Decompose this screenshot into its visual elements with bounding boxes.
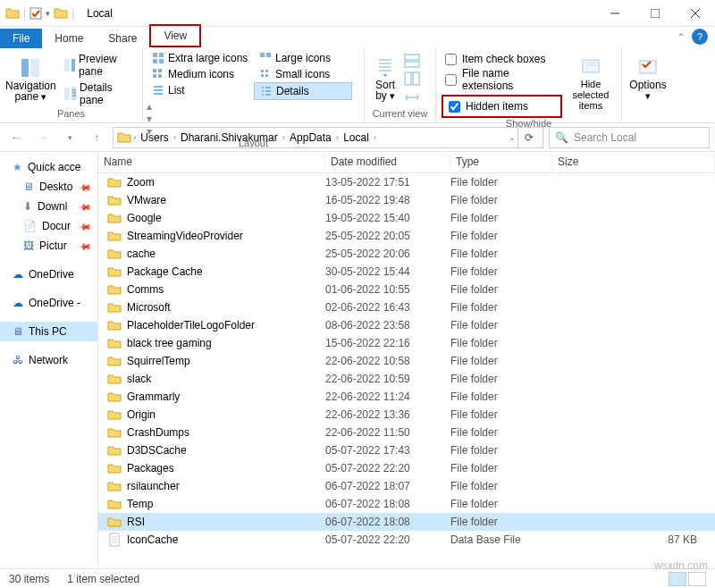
file-type: File folder [450, 337, 552, 349]
file-name: PlaceholderTileLogoFolder [127, 319, 255, 332]
folder-icon [107, 390, 122, 404]
thumbnails-view-toggle[interactable] [688, 572, 706, 586]
file-name-extensions-toggle[interactable]: File name extensions [442, 66, 562, 93]
hide-selected-items-button[interactable]: Hide selected items [564, 50, 618, 118]
crumb-appdata[interactable]: AppData [287, 131, 334, 144]
group-by-icon[interactable] [404, 54, 420, 68]
m-icons-icon [152, 68, 164, 80]
folder-icon [107, 425, 122, 440]
large-icons-button[interactable]: Large icons [254, 50, 352, 66]
col-type[interactable]: Type [450, 152, 552, 172]
crumb-user[interactable]: Dharani.Shivakumar [178, 131, 281, 144]
breadcrumb[interactable]: › Users › Dharani.Shivakumar › AppData ›… [113, 127, 543, 148]
crumb-users[interactable]: Users [138, 131, 171, 144]
crumb-local[interactable]: Local [341, 131, 372, 144]
col-size[interactable]: Size [552, 152, 715, 172]
qat-dropdown-icon[interactable]: ▾ [46, 9, 50, 18]
file-type: File folder [450, 462, 552, 475]
table-row[interactable]: PlaceholderTileLogoFolder08-06-2022 23:5… [98, 316, 715, 334]
file-type: File folder [450, 516, 552, 528]
table-row[interactable]: rsilauncher06-07-2022 18:07File folder [98, 477, 715, 495]
sidebar-onedrive[interactable]: ☁OneDrive [0, 265, 97, 284]
sidebar-pinned-item[interactable]: 🖼Pictur📌 [0, 236, 97, 256]
table-row[interactable]: IconCache05-07-2022 22:20Data Base File8… [98, 531, 715, 549]
sort-by-button[interactable]: Sort by ▾ [368, 50, 402, 108]
tab-home[interactable]: Home [42, 29, 96, 48]
layout-scroll-down-icon[interactable]: ▾ [147, 113, 159, 125]
sidebar-quick-access[interactable]: ★Quick acce [0, 157, 97, 177]
extra-large-icons-button[interactable]: Extra large icons [147, 50, 254, 66]
sidebar-this-pc[interactable]: 🖥This PC [0, 322, 97, 341]
options-button[interactable]: Options▾ [626, 50, 670, 108]
table-row[interactable]: Origin22-06-2022 13:36File folder [98, 406, 715, 424]
list-button[interactable]: List [147, 82, 254, 98]
layout-scroll-up-icon[interactable]: ▴ [147, 100, 159, 113]
table-row[interactable]: CrashDumps22-06-2022 11:50File folder [98, 424, 715, 441]
file-type: File folder [450, 248, 552, 260]
table-row[interactable]: Google19-05-2022 15:40File folder [98, 209, 715, 227]
table-row[interactable]: SquirrelTemp22-06-2022 10:58File folder [98, 352, 715, 370]
folder-icon [107, 211, 122, 225]
navigation-pane-button[interactable]: Navigation pane ▾ [4, 50, 58, 108]
table-row[interactable]: StreamingVideoProvider25-05-2022 20:05Fi… [98, 227, 715, 245]
chevron-right-icon[interactable]: › [336, 132, 339, 142]
file-type: File folder [450, 283, 552, 296]
file-type: File folder [450, 426, 552, 439]
col-date[interactable]: Date modified [325, 152, 450, 172]
table-row[interactable]: VMware16-05-2022 19:48File folder [98, 191, 715, 209]
chevron-right-icon[interactable]: › [173, 132, 176, 142]
tab-share[interactable]: Share [96, 29, 149, 48]
chevron-right-icon[interactable]: › [374, 132, 376, 142]
col-name[interactable]: Name [98, 152, 325, 172]
table-row[interactable]: Comms01-06-2022 10:55File folder [98, 281, 715, 298]
qat-sep: | [23, 7, 26, 20]
minimize-button[interactable] [594, 0, 635, 27]
table-row[interactable]: Grammarly22-06-2022 11:24File folder [98, 388, 715, 406]
table-row[interactable]: cache25-05-2022 20:06File folder [98, 245, 715, 263]
tab-view[interactable]: View [149, 24, 201, 47]
table-row[interactable]: Package Cache30-05-2022 15:44File folder [98, 263, 715, 281]
tab-file[interactable]: File [0, 29, 42, 48]
details-view-button[interactable]: Details [254, 82, 352, 100]
table-row[interactable]: RSI06-07-2022 18:08File folder [98, 513, 715, 531]
table-row[interactable]: Microsoft02-06-2022 16:43File folder [98, 298, 715, 316]
chevron-right-icon[interactable]: › [282, 132, 285, 142]
small-icons-button[interactable]: Small icons [254, 66, 352, 82]
up-button[interactable]: ↑ [86, 127, 107, 148]
forward-button[interactable]: → [32, 127, 54, 148]
file-type: File folder [450, 373, 552, 385]
table-row[interactable]: slack22-06-2022 10:59File folder [98, 370, 715, 388]
sidebar-pinned-item[interactable]: ⬇Downl📌 [0, 197, 97, 216]
sidebar-network[interactable]: 🖧Network [0, 350, 97, 370]
maximize-button[interactable] [635, 0, 675, 27]
size-columns-icon[interactable] [404, 90, 420, 105]
table-row[interactable]: black tree gaming15-06-2022 22:16File fo… [98, 334, 715, 352]
item-check-boxes-toggle[interactable]: Item check boxes [442, 52, 562, 66]
search-input[interactable]: 🔍 Search Local [549, 127, 710, 148]
table-row[interactable]: Zoom13-05-2022 17:51File folder [98, 173, 715, 191]
file-date: 05-07-2022 22:20 [325, 462, 450, 475]
close-button[interactable] [675, 0, 715, 27]
preview-pane-button[interactable]: Preview pane [58, 51, 139, 80]
collapse-ribbon-icon[interactable]: ⌃ [677, 32, 685, 42]
checkbox-icon[interactable] [29, 7, 42, 20]
recent-locations-button[interactable]: ▾ [59, 127, 80, 148]
sidebar-pinned-item[interactable]: 🖥Deskto📌 [0, 177, 97, 197]
details-view-toggle[interactable] [669, 572, 686, 586]
add-columns-icon[interactable] [404, 71, 420, 86]
medium-icons-button[interactable]: Medium icons [147, 66, 254, 82]
back-button[interactable]: ← [5, 127, 27, 148]
table-row[interactable]: Packages05-07-2022 22:20File folder [98, 459, 715, 477]
file-date: 15-06-2022 22:16 [325, 337, 450, 349]
help-button[interactable]: ? [692, 29, 708, 45]
sidebar-pinned-item[interactable]: 📄Docur📌 [0, 216, 97, 236]
details-pane-button[interactable]: Details pane [58, 80, 139, 108]
table-row[interactable]: D3DSCache05-07-2022 17:43File folder [98, 441, 715, 459]
sidebar-onedrive-2[interactable]: ☁OneDrive - [0, 293, 97, 313]
chevron-right-icon[interactable]: › [133, 132, 136, 142]
breadcrumb-dropdown-icon[interactable]: ⌄ [509, 133, 516, 142]
table-row[interactable]: Temp06-07-2022 18:08File folder [98, 495, 715, 513]
file-name: D3DSCache [127, 444, 187, 457]
hidden-items-toggle[interactable]: Hidden items [442, 95, 562, 118]
refresh-button[interactable]: ⟳ [517, 128, 539, 147]
